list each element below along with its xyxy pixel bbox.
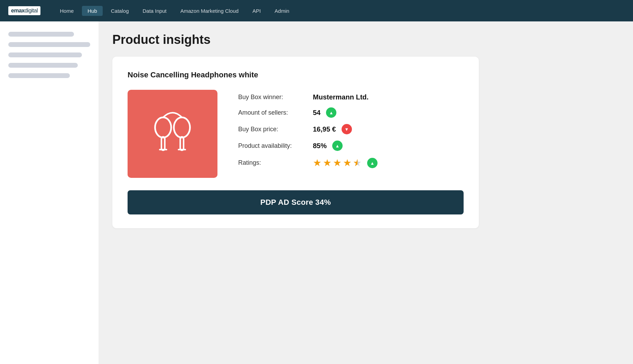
nav-admin[interactable]: Admin bbox=[269, 6, 295, 16]
ratings-trend-badge bbox=[367, 158, 378, 168]
svg-point-3 bbox=[174, 117, 190, 137]
layout: Product insights Noise Cancelling Headph… bbox=[0, 21, 633, 364]
ratings-row: Ratings: ★ ★ ★ ★ ★★ bbox=[238, 157, 464, 169]
product-details: Buy Box winner: Mustermann Ltd. Amount o… bbox=[238, 90, 464, 169]
page-title: Product insights bbox=[112, 32, 619, 47]
sidebar-bar-1 bbox=[8, 32, 74, 37]
sidebar-bar-4 bbox=[8, 63, 78, 68]
headphones-icon bbox=[148, 105, 197, 163]
availability-row: Product availability: 85% bbox=[238, 141, 464, 151]
sellers-row: Amount of sellers: 54 bbox=[238, 107, 464, 118]
price-value: 16,95 € bbox=[313, 125, 336, 133]
star-5: ★★ bbox=[353, 157, 362, 169]
up-arrow-icon bbox=[329, 110, 334, 115]
buy-box-winner-row: Buy Box winner: Mustermann Ltd. bbox=[238, 93, 464, 101]
nav-catalog[interactable]: Catalog bbox=[105, 6, 134, 16]
up-arrow-icon-2 bbox=[335, 143, 340, 149]
product-image bbox=[128, 90, 217, 178]
price-trend-badge bbox=[342, 124, 352, 134]
star-4: ★ bbox=[343, 157, 352, 169]
product-body: Buy Box winner: Mustermann Ltd. Amount o… bbox=[128, 90, 464, 178]
down-arrow-icon bbox=[344, 126, 349, 132]
buy-box-winner-label: Buy Box winner: bbox=[238, 94, 307, 101]
sidebar bbox=[0, 21, 99, 364]
ratings-label: Ratings: bbox=[238, 159, 307, 166]
product-name: Noise Cancelling Headphones white bbox=[128, 70, 464, 79]
sidebar-bar-5 bbox=[8, 73, 70, 78]
svg-point-0 bbox=[155, 117, 171, 137]
buy-box-winner-value: Mustermann Ltd. bbox=[313, 93, 369, 101]
price-label: Buy Box price: bbox=[238, 126, 307, 133]
price-row: Buy Box price: 16,95 € bbox=[238, 124, 464, 134]
nav-data-input[interactable]: Data Input bbox=[137, 6, 172, 16]
navbar: emax digital Home Hub Catalog Data Input… bbox=[0, 0, 633, 21]
up-arrow-icon-3 bbox=[370, 160, 375, 166]
availability-label: Product availability: bbox=[238, 142, 307, 150]
star-rating: ★ ★ ★ ★ ★★ bbox=[313, 157, 362, 169]
availability-value: 85% bbox=[313, 142, 327, 150]
svg-rect-4 bbox=[180, 137, 184, 150]
logo-emax: emax bbox=[11, 8, 25, 14]
sellers-trend-badge bbox=[326, 107, 336, 118]
sellers-label: Amount of sellers: bbox=[238, 109, 307, 116]
product-card: Noise Cancelling Headphones white bbox=[112, 57, 479, 228]
sidebar-bar-2 bbox=[8, 42, 90, 47]
sidebar-bar-3 bbox=[8, 52, 82, 57]
logo-digital: digital bbox=[25, 8, 38, 14]
logo: emax digital bbox=[8, 6, 40, 15]
svg-rect-1 bbox=[161, 137, 165, 150]
pdp-score-button[interactable]: PDP AD Score 34% bbox=[128, 190, 464, 214]
nav-api[interactable]: API bbox=[247, 6, 266, 16]
star-2: ★ bbox=[323, 157, 332, 169]
sellers-value: 54 bbox=[313, 109, 320, 117]
nav-hub[interactable]: Hub bbox=[82, 6, 103, 16]
star-3: ★ bbox=[333, 157, 342, 169]
main-content: Product insights Noise Cancelling Headph… bbox=[99, 21, 633, 364]
availability-trend-badge bbox=[332, 141, 343, 151]
nav-home[interactable]: Home bbox=[54, 6, 79, 16]
star-1: ★ bbox=[313, 157, 322, 169]
nav-amazon-marketing-cloud[interactable]: Amazon Marketing Cloud bbox=[175, 6, 244, 16]
